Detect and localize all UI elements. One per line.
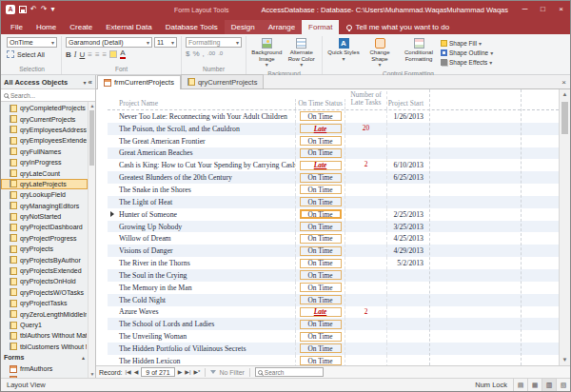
record-selector[interactable] [108,282,117,294]
tell-me-box[interactable]: Tell me what you want to do [346,23,449,34]
status-value[interactable]: On Time [300,356,342,365]
status-value[interactable]: Late [300,307,342,317]
status-cell[interactable]: On Time [296,330,345,343]
project-start-cell[interactable]: 1/26/2013 [387,112,425,121]
nav-item-query[interactable]: qryFullNames [1,147,88,157]
align-center-button[interactable]: ≡ [95,50,100,59]
record-row[interactable]: The Memory in the Man On Time [108,282,559,294]
status-value[interactable]: On Time [300,197,342,206]
project-name-cell[interactable]: The River in the Thorns [117,257,296,269]
record-row[interactable]: The Poison, the Scroll, and the Cauldron… [108,123,559,135]
conditional-formatting-button[interactable]: Conditional Formatting [399,37,439,69]
record-row[interactable]: The River in the Thorns On Time 5/2/2013 [108,257,559,269]
ribbon-tab[interactable]: File [4,20,30,34]
status-value[interactable]: On Time [300,259,342,268]
nav-item-query[interactable]: qryEmployeesAddresses [1,125,88,135]
late-tasks-cell[interactable]: 20 [345,123,387,135]
late-tasks-cell[interactable] [345,196,387,208]
record-row[interactable]: Growing Up Nobody On Time 3/25/2013 [108,221,559,233]
next-record-button[interactable]: ▶ [178,368,183,376]
nav-item-query[interactable]: tblAuthors Without Matchin... [1,330,88,341]
late-tasks-cell[interactable] [345,208,387,221]
late-tasks-cell[interactable]: 2 [345,159,387,171]
status-cell[interactable]: Late [296,159,345,171]
close-button[interactable]: × [552,1,570,18]
late-tasks-cell[interactable] [345,147,387,160]
ribbon-tab[interactable]: External Data [99,20,158,34]
record-search-box[interactable] [255,367,324,377]
record-row[interactable]: Azure Waves Late 2 [108,306,559,319]
background-color-icon[interactable] [109,50,117,58]
status-value[interactable]: On Time [300,343,342,353]
project-start-cell[interactable]: 6/10/2013 [387,161,425,169]
late-tasks-cell[interactable] [345,355,387,365]
project-name-cell[interactable]: The Great American Frontier [117,135,296,147]
new-record-button[interactable]: ▶* [193,368,200,376]
record-selector[interactable] [108,257,117,269]
status-value[interactable]: On Time [300,246,342,256]
font-color-button[interactable]: A [120,49,125,59]
status-cell[interactable]: On Time [296,171,345,184]
ribbon-tab[interactable]: Arrange [262,20,302,34]
late-tasks-cell[interactable] [345,269,387,282]
record-row[interactable]: Cash is King: How to Cut Your Spending b… [108,159,559,171]
record-selector[interactable] [108,184,117,196]
record-selector[interactable] [108,135,117,147]
close-document-icon[interactable]: × [561,78,566,87]
project-name-cell[interactable]: Growing Up Nobody [117,221,296,233]
header-late-tasks[interactable]: Number of Late Tasks [345,91,387,109]
status-cell[interactable]: On Time [296,208,345,221]
number-format-combobox[interactable]: Formatting ▾ [186,37,242,48]
record-selector[interactable] [108,159,117,171]
record-row[interactable]: The Hidden Portfolio of Villainous Secre… [108,343,559,355]
record-row[interactable]: The Hidden Lexicon On Time [108,355,559,365]
status-value[interactable]: On Time [300,320,342,329]
status-cell[interactable]: On Time [296,245,345,257]
status-cell[interactable]: On Time [296,221,345,233]
background-image-button[interactable]: Background Image ▾ [250,37,284,69]
project-start-cell[interactable]: 6/25/2013 [387,173,425,182]
shape-fill-button[interactable]: Shape Fill ▾ [441,39,493,48]
nav-item-query[interactable]: qryCurrentProjects [1,113,88,124]
status-value[interactable]: On Time [300,332,342,342]
project-name-cell[interactable]: The Poison, the Scroll, and the Cauldron [117,123,296,135]
record-selector[interactable] [108,123,117,135]
status-value[interactable]: On Time [300,148,342,158]
status-cell[interactable]: On Time [296,257,345,269]
previous-record-button[interactable]: ◀ [134,368,139,376]
shape-effects-button[interactable]: Shape Effects ▾ [441,58,493,67]
scroll-down-icon[interactable]: ▼ [89,370,95,378]
status-value[interactable]: On Time [300,283,342,292]
nav-item-query[interactable]: qryProjectsOnHold [1,276,88,286]
nav-pane-header[interactable]: All Access Objects ▾ « [1,75,95,89]
late-tasks-cell[interactable] [345,232,387,245]
undo-icon[interactable]: ↶ [30,5,37,14]
tab-qrycurrentprojects[interactable]: qryCurrentProjects [181,74,265,88]
project-name-cell[interactable]: The School of Lords and Ladies [117,318,296,330]
align-right-button[interactable]: ≡ [103,50,108,59]
ribbon-tab[interactable]: Format [302,20,339,34]
status-cell[interactable]: Late [296,306,345,319]
nav-item-query[interactable]: qryProjectTasks [1,298,88,308]
late-tasks-cell[interactable] [345,184,387,196]
minimize-button[interactable]: ─ [516,1,534,18]
late-tasks-cell[interactable] [345,221,387,233]
first-record-button[interactable]: |◀ [126,368,131,376]
late-tasks-cell[interactable] [345,257,387,269]
nav-scrollbar-thumb[interactable] [89,110,94,166]
late-tasks-cell[interactable]: 2 [345,306,387,319]
project-start-cell[interactable]: 3/25/2013 [387,223,425,231]
currency-format-button[interactable]: $ [186,49,189,58]
project-name-cell[interactable]: The Light of Heat [117,196,296,208]
filter-status[interactable]: No Filter [219,369,244,376]
record-row[interactable]: The School of Lords and Ladies On Time [108,318,559,330]
nav-item-query[interactable]: qryZeroLengthMiddleInitial [1,308,88,319]
project-name-cell[interactable]: The Unveiling Woman [117,330,296,343]
status-value[interactable]: On Time [300,295,342,304]
scroll-up-icon[interactable]: ▲ [560,89,570,100]
nav-item-query[interactable]: qryProjectsByAuthor [1,254,88,265]
record-row[interactable]: Willow of Dream On Time 4/25/2013 [108,232,559,245]
project-name-cell[interactable]: Never Too Late: Reconnecting with Your A… [117,110,296,123]
status-value[interactable]: On Time [300,136,342,146]
project-name-cell[interactable]: The Snake in the Shores [117,184,296,196]
